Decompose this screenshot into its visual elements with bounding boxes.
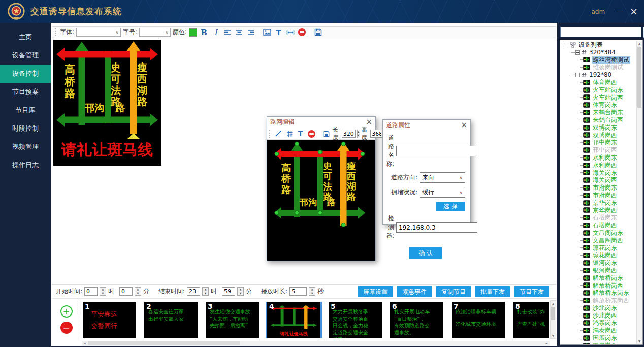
spinner-down-icon[interactable]: ▼ (100, 292, 106, 296)
tree-item-label[interactable]: 市府岗西 (592, 192, 618, 199)
road-name-input[interactable] (396, 146, 477, 156)
road-network-canvas[interactable]: 高桥路史可法路瘦西湖路邗沟路 (267, 140, 375, 261)
sidebar-item-video-management[interactable]: 视频管理 (0, 138, 51, 156)
tree-item-label[interactable]: 沙北岗东 (592, 304, 618, 312)
start-minute-input[interactable] (119, 287, 133, 296)
save-button[interactable] (321, 129, 331, 139)
align-center-button[interactable] (234, 27, 244, 37)
length-spinner[interactable]: ▲▼ (357, 130, 360, 138)
delete-element-button[interactable] (297, 27, 307, 37)
height-input[interactable] (370, 130, 382, 138)
color-swatch[interactable] (189, 28, 197, 37)
tree-item-label[interactable]: 银河岗东 (592, 259, 618, 267)
playlist-vertical-scrollbar[interactable]: ▲ ▼ (550, 300, 556, 339)
tree-item-label[interactable]: 琼花岗西 (592, 251, 618, 259)
playlist-item-4[interactable]: 4请礼让斑马线 (267, 302, 320, 338)
minimize-button[interactable]: — (616, 8, 623, 15)
close-dialog-button[interactable]: × (366, 118, 372, 126)
tree-item-label[interactable]: 京华岗东 (592, 199, 618, 207)
tree-item-label[interactable]: 火车站岗西 (592, 94, 624, 102)
close-window-button[interactable]: × (630, 7, 638, 16)
tree-item-label[interactable]: 沙北岗西 (592, 312, 618, 320)
spinner-up-icon[interactable]: ▲ (100, 288, 106, 292)
road-segment-button[interactable] (284, 129, 294, 139)
playlist-item-3[interactable]: 3发生轻微交通事故“人未伤，车能动先拍照，后撤离” (206, 302, 259, 338)
end-minute-input[interactable] (222, 287, 235, 296)
sidebar-item-operation-log[interactable]: 操作日志 (0, 156, 51, 174)
tree-item-label[interactable]: 石塔岗东 (592, 214, 618, 222)
tree-item-label[interactable]: 体育岗西 (592, 79, 618, 86)
tree-item-label[interactable]: 解放桥岗西 (592, 282, 624, 290)
remove-program-button[interactable]: − (60, 322, 73, 334)
play-duration-input[interactable] (289, 287, 307, 296)
tree-item-label[interactable]: 来鹤台岗东 (592, 109, 624, 116)
congestion-select[interactable]: 缓行 ∨ (420, 187, 465, 198)
emergency-event-button[interactable]: 紧急事件 (397, 286, 432, 297)
playlist-item-6[interactable]: 6扎实开展电动车“百日整治”，有效预防道路交通事故。 (390, 302, 443, 338)
start-hour-input[interactable] (84, 287, 98, 296)
tree-item-label[interactable]: 银河岗西 (592, 267, 618, 274)
tree-item-label[interactable]: 双博岗西 (592, 132, 618, 139)
spinner-down-icon[interactable]: ▼ (358, 134, 360, 138)
tree-item-label[interactable]: 解放桥东岗西 (592, 297, 630, 304)
tree-item-label[interactable]: 京华岗西 (592, 207, 618, 214)
program-send-button[interactable]: 节目下发 (514, 286, 549, 297)
delete-element-button[interactable] (307, 129, 316, 139)
tree-item-label[interactable]: 来鹤台岗西 (592, 116, 624, 124)
tree-item-label[interactable]: 鸿泰岗西 (592, 327, 618, 334)
tree-item-label[interactable]: 192*80 (588, 71, 613, 79)
draw-road-button[interactable] (273, 129, 283, 139)
screen-settings-button[interactable]: 屏幕设置 (358, 286, 393, 297)
spinner-down-icon[interactable]: ▼ (203, 292, 208, 296)
playlist-item-2[interactable]: 2春运安全连万家出行平安靠大家 (144, 302, 198, 338)
sidebar-item-program-plan[interactable]: 节目预案 (0, 83, 51, 101)
playlist-item-7[interactable]: 7依法治理非标车辆净化城市交通环境 (452, 302, 505, 338)
tree-item-label[interactable]: 国展岗东 (592, 334, 618, 342)
spinner-up-icon[interactable]: ▲ (309, 288, 315, 292)
detector-input[interactable] (396, 222, 477, 233)
sidebar-item-program-library[interactable]: 节目库 (0, 101, 51, 119)
road-direction-select[interactable]: 来向 ∨ (420, 172, 465, 183)
sidebar-item-device-management[interactable]: 设备管理 (0, 46, 51, 65)
copy-program-button[interactable]: 复制节目 (436, 286, 471, 297)
scrollbar-thumb[interactable] (637, 47, 641, 108)
sidebar-item-time-control[interactable]: 时段控制 (0, 119, 51, 138)
tree-item-label[interactable]: 解放桥东岗东 (592, 289, 630, 297)
insert-image-button[interactable] (262, 27, 272, 37)
tree-item-label[interactable]: 320*384 (588, 49, 617, 56)
tree-item-label[interactable]: 海关岗东 (592, 169, 618, 177)
tree-item-label[interactable]: 水利岗西 (592, 162, 618, 169)
tree-item-label[interactable]: 火车站岗东 (592, 86, 624, 94)
tree-item-label[interactable]: 体育岗东 (592, 101, 618, 109)
spinner-down-icon[interactable]: ▼ (309, 292, 315, 296)
spinner-up-icon[interactable]: ▲ (358, 130, 360, 134)
end-minute-spinner[interactable]: ▲▼ (237, 287, 244, 296)
tree-item-label[interactable]: 石塔岗西 (592, 222, 618, 229)
tree-item-label[interactable]: 邗中岗西 (592, 146, 618, 154)
tree-item-label[interactable]: 海关岗西 (592, 176, 618, 184)
playlist-item-8[interactable]: 8打击改装“炸严查严处“机 (513, 302, 549, 338)
scroll-down-icon[interactable]: ▼ (637, 338, 642, 344)
start-hour-spinner[interactable]: ▲▼ (100, 287, 106, 296)
tree-vertical-scrollbar[interactable]: ▲ ▼ (636, 41, 642, 344)
scroll-left-icon[interactable]: ◂ (82, 341, 88, 346)
align-left-button[interactable] (222, 27, 232, 37)
sidebar-item-home[interactable]: 主页 (0, 28, 51, 46)
end-hour-input[interactable] (187, 287, 200, 296)
tree-item-label[interactable]: 邗中岗东 (592, 139, 618, 146)
fit-width-button[interactable] (285, 27, 295, 37)
select-detector-button[interactable]: 选 择 (436, 202, 465, 211)
batch-send-button[interactable]: 批量下发 (475, 286, 510, 297)
font-family-select[interactable]: ∨ (76, 28, 121, 37)
spinner-up-icon[interactable]: ▲ (135, 288, 141, 292)
dialog-title-bar[interactable]: 道路属性 × (383, 120, 470, 131)
tree-item-label[interactable]: 文昌阁岗东 (592, 229, 624, 237)
dialog-title-bar[interactable]: 路网编辑 × (267, 117, 375, 128)
scrollbar-thumb[interactable] (88, 341, 240, 345)
collapse-toggle-icon[interactable] (575, 73, 580, 77)
close-dialog-button[interactable]: × (461, 121, 467, 129)
tree-item-label[interactable]: 维扬岗测试 (592, 64, 624, 71)
tree-item-label[interactable]: 水利岗东 (592, 154, 618, 162)
device-search-input[interactable] (560, 27, 641, 37)
add-program-button[interactable]: + (60, 305, 73, 318)
